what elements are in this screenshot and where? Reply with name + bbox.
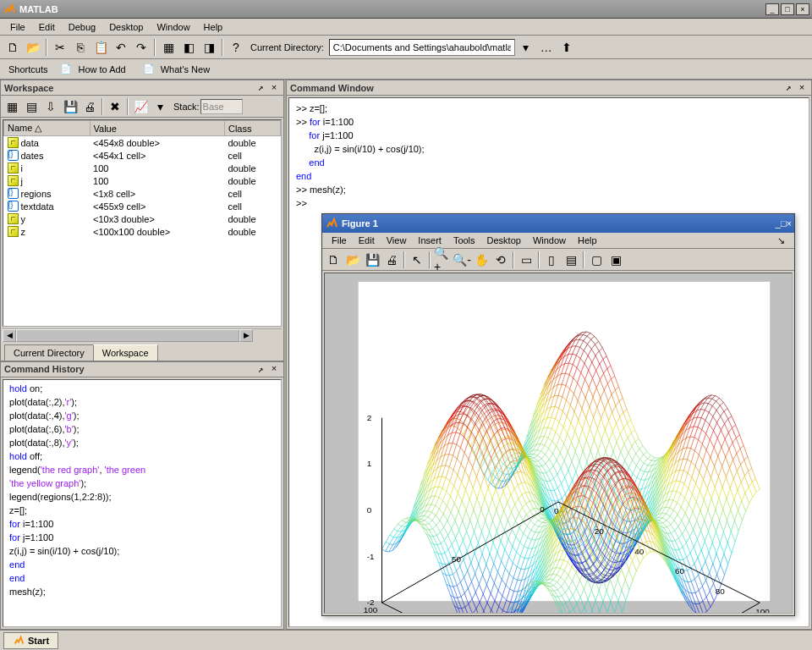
menu-file[interactable]: File	[3, 20, 32, 34]
scroll-right-icon[interactable]: ▶	[239, 329, 253, 342]
new-file-icon[interactable]: 🗋	[3, 38, 22, 57]
table-row[interactable]: j100double	[4, 174, 281, 187]
scroll-left-icon[interactable]: ◀	[3, 329, 16, 342]
svg-line-4770	[480, 603, 484, 611]
table-row[interactable]: y<10x3 double>double	[4, 212, 281, 225]
ws-col-value[interactable]: Value	[90, 121, 224, 136]
table-row[interactable]: regions<1x8 cell>cell	[4, 187, 281, 200]
up-directory-icon[interactable]: ⬆	[557, 38, 576, 57]
browse-directory-icon[interactable]: …	[537, 38, 556, 57]
table-row[interactable]: i100double	[4, 162, 281, 174]
plot-dropdown-icon[interactable]: ▾	[151, 97, 169, 116]
figmenu-window[interactable]: Window	[527, 234, 572, 247]
guide-icon[interactable]: ◧	[179, 38, 198, 57]
menu-window[interactable]: Window	[150, 20, 196, 34]
figure-window[interactable]: Figure 1 _ □ × FileEditViewInsertToolsDe…	[321, 213, 795, 616]
double-var-icon	[8, 226, 19, 237]
zoom-out-icon[interactable]: 🔍-	[453, 251, 471, 269]
stack-selector[interactable]	[200, 99, 243, 114]
pan-icon[interactable]: ✋	[472, 251, 491, 269]
maximize-button[interactable]: □	[781, 3, 794, 15]
figure-title-bar[interactable]: Figure 1 _ □ ×	[322, 214, 794, 233]
svg-line-4722	[491, 610, 496, 613]
copy-icon[interactable]: ⎘	[71, 38, 90, 57]
workspace-table-wrap[interactable]: Name △ValueClass data<454x8 double>doubl…	[3, 119, 282, 327]
workspace-panel: Workspace ↗ × ▦ ▤ ⇩ 💾 🖨 ✖ 📈 ▾ Stack:	[0, 80, 284, 361]
legend-icon[interactable]: ▤	[562, 251, 580, 269]
table-row[interactable]: dates<454x1 cell>cell	[4, 149, 281, 162]
current-directory-input[interactable]	[329, 39, 515, 56]
datacursor-icon[interactable]: ▭	[517, 251, 535, 269]
maximize-button[interactable]: □	[781, 218, 787, 229]
figmenu-file[interactable]: File	[326, 234, 353, 247]
workspace-hscroll[interactable]: ◀ ▶	[3, 328, 282, 342]
command-history-body[interactable]: hold on; plot(data(:,2),'r'); plot(data(…	[3, 379, 282, 627]
plot-var-icon[interactable]: 📈	[131, 97, 150, 116]
figmenu-tools[interactable]: Tools	[447, 234, 481, 247]
close-panel-icon[interactable]: ×	[796, 82, 808, 94]
close-button[interactable]: ×	[796, 3, 809, 15]
ws-col-name[interactable]: Name △	[4, 121, 91, 136]
undock-icon[interactable]: ↗	[782, 82, 794, 94]
table-row[interactable]: data<454x8 double>double	[4, 136, 281, 150]
paste-icon[interactable]: 📋	[91, 38, 110, 57]
simulink-icon[interactable]: ▦	[159, 38, 178, 57]
delete-var-icon[interactable]: ✖	[106, 97, 124, 116]
open-figure-icon[interactable]: 📂	[343, 251, 362, 269]
menu-help[interactable]: Help	[197, 20, 230, 34]
colorbar-icon[interactable]: ▯	[542, 251, 561, 269]
table-row[interactable]: textdata<455x9 cell>cell	[4, 200, 281, 212]
svg-line-4747	[592, 610, 596, 613]
menu-edit[interactable]: Edit	[32, 20, 62, 34]
ws-col-class[interactable]: Class	[224, 121, 280, 136]
tab-current-directory[interactable]: Current Directory	[4, 344, 94, 361]
svg-line-1650	[511, 609, 514, 611]
figmenu-help[interactable]: Help	[572, 234, 603, 247]
menu-debug[interactable]: Debug	[62, 20, 102, 34]
new-figure-icon[interactable]: 🗋	[324, 251, 343, 269]
print-figure-icon[interactable]: 🖨	[382, 251, 401, 269]
save-ws-icon[interactable]: 💾	[61, 97, 80, 116]
new-var-icon[interactable]: ▦	[3, 97, 21, 116]
figmenu-desktop[interactable]: Desktop	[481, 234, 527, 247]
svg-line-2246	[573, 604, 577, 609]
whatsnew-shortcut[interactable]: 📄 What's New	[139, 60, 217, 79]
save-figure-icon[interactable]: 💾	[363, 251, 381, 269]
undock-icon[interactable]: ↗	[255, 82, 266, 94]
pointer-icon[interactable]: ↖	[408, 251, 426, 269]
dock-figure-icon[interactable]: ↘	[771, 234, 791, 248]
print-icon[interactable]: 🖨	[80, 97, 99, 116]
table-row[interactable]: z<100x100 double>double	[4, 225, 281, 238]
hide-tools-icon[interactable]: ▢	[587, 251, 606, 269]
help-icon[interactable]: ?	[227, 38, 245, 57]
undock-icon[interactable]: ↗	[255, 363, 266, 375]
figure-canvas[interactable]: -2-1012050100020406080100	[324, 273, 793, 614]
scroll-thumb[interactable]	[16, 329, 239, 342]
import-icon[interactable]: ⇩	[41, 97, 60, 116]
svg-line-4648	[603, 602, 607, 613]
close-panel-icon[interactable]: ×	[268, 82, 280, 94]
open-var-icon[interactable]: ▤	[22, 97, 41, 116]
svg-line-4869	[469, 604, 473, 613]
cut-icon[interactable]: ✂	[51, 38, 69, 57]
howto-shortcut[interactable]: 📄 How to Add	[56, 60, 133, 79]
figmenu-edit[interactable]: Edit	[353, 234, 381, 247]
tab-workspace[interactable]: Workspace	[93, 344, 158, 361]
profiler-icon[interactable]: ◨	[200, 38, 218, 57]
directory-dropdown-icon[interactable]: ▾	[517, 38, 535, 57]
svg-line-4599	[611, 602, 615, 613]
rotate3d-icon[interactable]: ⟲	[491, 251, 510, 269]
close-button[interactable]: ×	[787, 218, 792, 229]
show-tools-icon[interactable]: ▣	[606, 251, 625, 269]
undo-icon[interactable]: ↶	[112, 38, 130, 57]
figmenu-view[interactable]: View	[381, 234, 413, 247]
minimize-button[interactable]: _	[765, 3, 779, 15]
menu-desktop[interactable]: Desktop	[102, 20, 150, 34]
close-panel-icon[interactable]: ×	[268, 363, 280, 375]
redo-icon[interactable]: ↷	[132, 38, 151, 57]
svg-text:60: 60	[675, 566, 685, 576]
svg-line-2490	[615, 602, 618, 613]
start-button[interactable]: Start	[3, 632, 58, 649]
open-file-icon[interactable]: 📂	[24, 38, 42, 57]
zoom-in-icon[interactable]: 🔍+	[433, 251, 452, 269]
